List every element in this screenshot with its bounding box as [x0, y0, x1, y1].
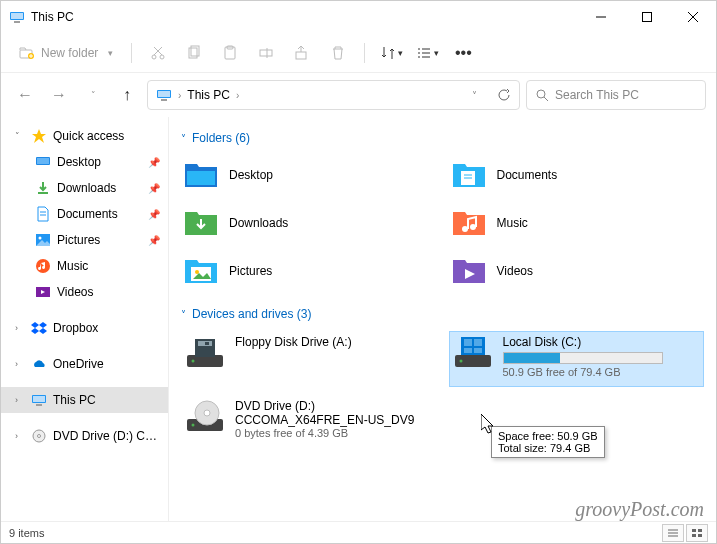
status-items: 9 items — [9, 527, 44, 539]
svg-rect-2 — [14, 21, 20, 23]
recent-button[interactable]: ˅ — [79, 81, 107, 109]
chevron-down-icon: ˅ — [181, 309, 186, 320]
sort-icon — [380, 45, 396, 61]
sidebar-quick-access[interactable]: ˅ Quick access — [1, 123, 168, 149]
paste-button[interactable] — [214, 37, 246, 69]
svg-point-12 — [160, 55, 164, 59]
sidebar-item-dvd[interactable]: › DVD Drive (D:) C… — [1, 423, 168, 449]
up-button[interactable]: ↑ — [113, 81, 141, 109]
pin-icon: 📌 — [148, 183, 160, 194]
statusbar: 9 items — [1, 521, 716, 543]
new-folder-label: New folder — [41, 46, 98, 60]
group-drives[interactable]: ˅ Devices and drives (3) — [181, 307, 704, 321]
details-view-button[interactable] — [662, 524, 684, 542]
view-button[interactable]: ▾ — [411, 37, 443, 69]
drive-floppy[interactable]: Floppy Disk Drive (A:) — [181, 331, 437, 387]
sidebar-label: OneDrive — [53, 357, 104, 371]
drive-label: Local Disk (C:) — [503, 335, 701, 349]
videos-icon — [451, 255, 487, 287]
svg-rect-50 — [33, 396, 45, 402]
floppy-icon — [185, 335, 225, 371]
copy-button[interactable] — [178, 37, 210, 69]
drive-sublabel: CCCOMA_X64FRE_EN-US_DV9 — [235, 413, 433, 427]
search-icon — [535, 88, 549, 102]
chevron-right-icon[interactable]: › — [15, 431, 25, 441]
svg-rect-29 — [158, 91, 170, 97]
tooltip-line: Space free: 50.9 GB — [498, 430, 598, 442]
group-label: Devices and drives (3) — [192, 307, 311, 321]
sidebar-item-documents[interactable]: Documents 📌 — [1, 201, 168, 227]
this-pc-icon — [31, 392, 47, 408]
videos-icon — [35, 284, 51, 300]
sidebar-item-pictures[interactable]: Pictures 📌 — [1, 227, 168, 253]
sidebar-item-dropbox[interactable]: › Dropbox — [1, 315, 168, 341]
cut-icon — [150, 45, 166, 61]
svg-rect-84 — [692, 529, 696, 532]
svg-point-77 — [192, 424, 195, 427]
chevron-down-icon[interactable]: ˅ — [15, 131, 25, 141]
share-icon — [294, 45, 310, 61]
svg-rect-19 — [260, 50, 272, 56]
sidebar-item-onedrive[interactable]: › OneDrive — [1, 351, 168, 377]
star-icon — [31, 128, 47, 144]
svg-rect-85 — [698, 529, 702, 532]
folder-downloads[interactable]: Downloads — [181, 203, 437, 243]
address-dropdown-icon[interactable]: ˅ — [472, 90, 477, 101]
music-icon — [451, 207, 487, 239]
close-button[interactable] — [670, 1, 716, 33]
sidebar-label: Dropbox — [53, 321, 98, 335]
chevron-right-icon[interactable]: › — [236, 90, 239, 101]
svg-marker-46 — [39, 322, 47, 328]
dropbox-icon — [31, 320, 47, 336]
drive-dvd[interactable]: DVD Drive (D:) CCCOMA_X64FRE_EN-US_DV9 0… — [181, 395, 437, 451]
toolbar: New folder ▾ ▾ ▾ ••• — [1, 33, 716, 73]
minimize-button[interactable] — [578, 1, 624, 33]
folder-documents[interactable]: Documents — [449, 155, 705, 195]
group-folders[interactable]: ˅ Folders (6) — [181, 131, 704, 145]
svg-rect-54 — [187, 171, 215, 185]
rename-button[interactable] — [250, 37, 282, 69]
address-bar[interactable]: › This PC › ˅ — [147, 80, 520, 110]
sort-button[interactable]: ▾ — [375, 37, 407, 69]
svg-marker-45 — [31, 322, 39, 328]
folder-music[interactable]: Music — [449, 203, 705, 243]
sidebar-item-desktop[interactable]: Desktop 📌 — [1, 149, 168, 175]
search-placeholder: Search This PC — [555, 88, 639, 102]
pictures-icon — [35, 232, 51, 248]
onedrive-icon — [31, 356, 47, 372]
sidebar-item-this-pc[interactable]: › This PC — [1, 387, 168, 413]
folder-desktop[interactable]: Desktop — [181, 155, 437, 195]
svg-rect-4 — [643, 13, 652, 22]
folder-videos[interactable]: Videos — [449, 251, 705, 291]
svg-point-70 — [459, 360, 462, 363]
refresh-icon[interactable] — [497, 88, 511, 102]
sidebar-item-videos[interactable]: Videos — [1, 279, 168, 305]
sidebar-item-music[interactable]: Music — [1, 253, 168, 279]
sidebar-label: This PC — [53, 393, 96, 407]
delete-button[interactable] — [322, 37, 354, 69]
rename-icon — [258, 45, 274, 61]
drive-sublabel: 50.9 GB free of 79.4 GB — [503, 366, 701, 378]
search-input[interactable]: Search This PC — [526, 80, 706, 110]
share-button[interactable] — [286, 37, 318, 69]
more-button[interactable]: ••• — [447, 37, 479, 69]
dvd-icon — [31, 428, 47, 444]
sidebar-label: Music — [57, 259, 88, 273]
sidebar-label: Downloads — [57, 181, 116, 195]
chevron-right-icon[interactable]: › — [15, 323, 25, 333]
cut-button[interactable] — [142, 37, 174, 69]
drive-sublabel: 0 bytes free of 4.39 GB — [235, 427, 433, 439]
address-segment[interactable]: This PC — [187, 88, 230, 102]
downloads-icon — [183, 207, 219, 239]
icons-view-button[interactable] — [686, 524, 708, 542]
new-folder-button[interactable]: New folder ▾ — [11, 37, 121, 69]
chevron-right-icon[interactable]: › — [15, 359, 25, 369]
folder-pictures[interactable]: Pictures — [181, 251, 437, 291]
maximize-button[interactable] — [624, 1, 670, 33]
folder-label: Downloads — [229, 216, 288, 230]
chevron-right-icon[interactable]: › — [15, 395, 25, 405]
sidebar-item-downloads[interactable]: Downloads 📌 — [1, 175, 168, 201]
back-button[interactable]: ← — [11, 81, 39, 109]
forward-button[interactable]: → — [45, 81, 73, 109]
drive-local-c[interactable]: Local Disk (C:) 50.9 GB free of 79.4 GB — [449, 331, 705, 387]
